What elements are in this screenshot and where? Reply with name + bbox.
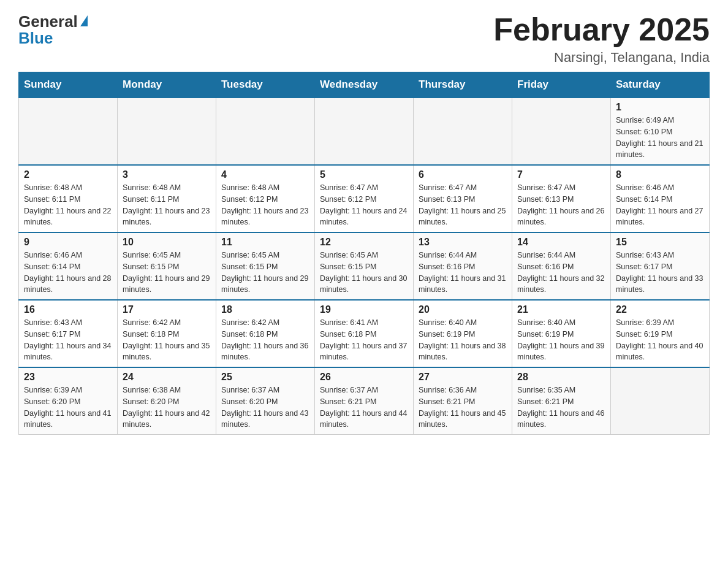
day-cell: 13Sunrise: 6:44 AMSunset: 6:16 PMDayligh… (414, 232, 512, 300)
day-cell: 12Sunrise: 6:45 AMSunset: 6:15 PMDayligh… (315, 232, 414, 300)
header-cell-friday: Friday (512, 72, 611, 98)
day-info: Sunrise: 6:48 AMSunset: 6:11 PMDaylight:… (24, 182, 112, 228)
day-info: Sunrise: 6:38 AMSunset: 6:20 PMDaylight:… (123, 385, 211, 431)
day-cell: 2Sunrise: 6:48 AMSunset: 6:11 PMDaylight… (19, 165, 118, 232)
day-number: 6 (419, 169, 507, 180)
week-row-5: 23Sunrise: 6:39 AMSunset: 6:20 PMDayligh… (19, 367, 710, 435)
day-number: 25 (221, 372, 309, 383)
day-number: 18 (221, 304, 309, 315)
header-cell-sunday: Sunday (19, 72, 118, 98)
day-cell: 22Sunrise: 6:39 AMSunset: 6:19 PMDayligh… (611, 300, 710, 367)
day-info: Sunrise: 6:35 AMSunset: 6:21 PMDaylight:… (517, 385, 605, 431)
week-row-4: 16Sunrise: 6:43 AMSunset: 6:17 PMDayligh… (19, 300, 710, 367)
day-cell: 20Sunrise: 6:40 AMSunset: 6:19 PMDayligh… (414, 300, 512, 367)
day-number: 10 (123, 237, 211, 248)
title-area: February 2025 Narsingi, Telangana, India (493, 12, 710, 66)
day-info: Sunrise: 6:36 AMSunset: 6:21 PMDaylight:… (419, 385, 507, 431)
day-cell (315, 98, 414, 165)
day-number: 2 (24, 169, 112, 180)
day-info: Sunrise: 6:40 AMSunset: 6:19 PMDaylight:… (517, 317, 605, 363)
day-number: 1 (616, 102, 704, 113)
day-number: 19 (320, 304, 408, 315)
header-cell-wednesday: Wednesday (315, 72, 414, 98)
day-number: 13 (419, 237, 507, 248)
day-cell (118, 98, 216, 165)
day-info: Sunrise: 6:47 AMSunset: 6:13 PMDaylight:… (517, 182, 605, 228)
day-cell: 25Sunrise: 6:37 AMSunset: 6:20 PMDayligh… (216, 367, 315, 435)
day-cell: 14Sunrise: 6:44 AMSunset: 6:16 PMDayligh… (512, 232, 611, 300)
day-info: Sunrise: 6:39 AMSunset: 6:20 PMDaylight:… (24, 385, 112, 431)
day-info: Sunrise: 6:37 AMSunset: 6:20 PMDaylight:… (221, 385, 309, 431)
day-number: 26 (320, 372, 408, 383)
day-info: Sunrise: 6:47 AMSunset: 6:13 PMDaylight:… (419, 182, 507, 228)
day-cell: 17Sunrise: 6:42 AMSunset: 6:18 PMDayligh… (118, 300, 216, 367)
day-info: Sunrise: 6:42 AMSunset: 6:18 PMDaylight:… (221, 317, 309, 363)
day-info: Sunrise: 6:46 AMSunset: 6:14 PMDaylight:… (616, 182, 704, 228)
day-number: 15 (616, 237, 704, 248)
day-number: 22 (616, 304, 704, 315)
day-cell: 8Sunrise: 6:46 AMSunset: 6:14 PMDaylight… (611, 165, 710, 232)
day-cell (512, 98, 611, 165)
day-number: 14 (517, 237, 605, 248)
day-cell: 16Sunrise: 6:43 AMSunset: 6:17 PMDayligh… (19, 300, 118, 367)
day-number: 21 (517, 304, 605, 315)
day-info: Sunrise: 6:46 AMSunset: 6:14 PMDaylight:… (24, 250, 112, 296)
day-number: 23 (24, 372, 112, 383)
day-number: 5 (320, 169, 408, 180)
day-cell: 3Sunrise: 6:48 AMSunset: 6:11 PMDaylight… (118, 165, 216, 232)
day-info: Sunrise: 6:47 AMSunset: 6:12 PMDaylight:… (320, 182, 408, 228)
day-cell: 10Sunrise: 6:45 AMSunset: 6:15 PMDayligh… (118, 232, 216, 300)
day-info: Sunrise: 6:43 AMSunset: 6:17 PMDaylight:… (24, 317, 112, 363)
week-row-1: 1Sunrise: 6:49 AMSunset: 6:10 PMDaylight… (19, 98, 710, 165)
week-row-2: 2Sunrise: 6:48 AMSunset: 6:11 PMDaylight… (19, 165, 710, 232)
day-number: 24 (123, 372, 211, 383)
day-cell: 28Sunrise: 6:35 AMSunset: 6:21 PMDayligh… (512, 367, 611, 435)
day-cell: 18Sunrise: 6:42 AMSunset: 6:18 PMDayligh… (216, 300, 315, 367)
day-number: 20 (419, 304, 507, 315)
month-title: February 2025 (493, 12, 710, 47)
day-info: Sunrise: 6:45 AMSunset: 6:15 PMDaylight:… (320, 250, 408, 296)
day-info: Sunrise: 6:41 AMSunset: 6:18 PMDaylight:… (320, 317, 408, 363)
day-cell (19, 98, 118, 165)
day-cell (611, 367, 710, 435)
day-info: Sunrise: 6:42 AMSunset: 6:18 PMDaylight:… (123, 317, 211, 363)
day-number: 28 (517, 372, 605, 383)
day-info: Sunrise: 6:44 AMSunset: 6:16 PMDaylight:… (517, 250, 605, 296)
day-info: Sunrise: 6:45 AMSunset: 6:15 PMDaylight:… (221, 250, 309, 296)
day-cell: 24Sunrise: 6:38 AMSunset: 6:20 PMDayligh… (118, 367, 216, 435)
day-info: Sunrise: 6:45 AMSunset: 6:15 PMDaylight:… (123, 250, 211, 296)
calendar-table: SundayMondayTuesdayWednesdayThursdayFrid… (18, 72, 710, 435)
page-header: General Blue February 2025 Narsingi, Tel… (18, 12, 710, 66)
header-cell-tuesday: Tuesday (216, 72, 315, 98)
day-cell: 11Sunrise: 6:45 AMSunset: 6:15 PMDayligh… (216, 232, 315, 300)
header-cell-saturday: Saturday (611, 72, 710, 98)
day-number: 11 (221, 237, 309, 248)
day-number: 4 (221, 169, 309, 180)
header-cell-thursday: Thursday (414, 72, 512, 98)
day-info: Sunrise: 6:48 AMSunset: 6:12 PMDaylight:… (221, 182, 309, 228)
day-info: Sunrise: 6:49 AMSunset: 6:10 PMDaylight:… (616, 115, 704, 161)
day-cell: 6Sunrise: 6:47 AMSunset: 6:13 PMDaylight… (414, 165, 512, 232)
day-info: Sunrise: 6:44 AMSunset: 6:16 PMDaylight:… (419, 250, 507, 296)
day-number: 9 (24, 237, 112, 248)
day-cell: 23Sunrise: 6:39 AMSunset: 6:20 PMDayligh… (19, 367, 118, 435)
logo-triangle-icon (80, 15, 88, 26)
day-cell: 26Sunrise: 6:37 AMSunset: 6:21 PMDayligh… (315, 367, 414, 435)
logo: General Blue (18, 12, 88, 48)
day-cell: 5Sunrise: 6:47 AMSunset: 6:12 PMDaylight… (315, 165, 414, 232)
day-number: 3 (123, 169, 211, 180)
day-info: Sunrise: 6:39 AMSunset: 6:19 PMDaylight:… (616, 317, 704, 363)
day-number: 17 (123, 304, 211, 315)
day-cell: 4Sunrise: 6:48 AMSunset: 6:12 PMDaylight… (216, 165, 315, 232)
day-cell: 7Sunrise: 6:47 AMSunset: 6:13 PMDaylight… (512, 165, 611, 232)
day-number: 16 (24, 304, 112, 315)
day-cell (216, 98, 315, 165)
week-row-3: 9Sunrise: 6:46 AMSunset: 6:14 PMDaylight… (19, 232, 710, 300)
day-cell (414, 98, 512, 165)
day-cell: 9Sunrise: 6:46 AMSunset: 6:14 PMDaylight… (19, 232, 118, 300)
location-subtitle: Narsingi, Telangana, India (493, 50, 710, 66)
day-info: Sunrise: 6:48 AMSunset: 6:11 PMDaylight:… (123, 182, 211, 228)
header-row: SundayMondayTuesdayWednesdayThursdayFrid… (19, 72, 710, 98)
day-cell: 21Sunrise: 6:40 AMSunset: 6:19 PMDayligh… (512, 300, 611, 367)
day-cell: 19Sunrise: 6:41 AMSunset: 6:18 PMDayligh… (315, 300, 414, 367)
